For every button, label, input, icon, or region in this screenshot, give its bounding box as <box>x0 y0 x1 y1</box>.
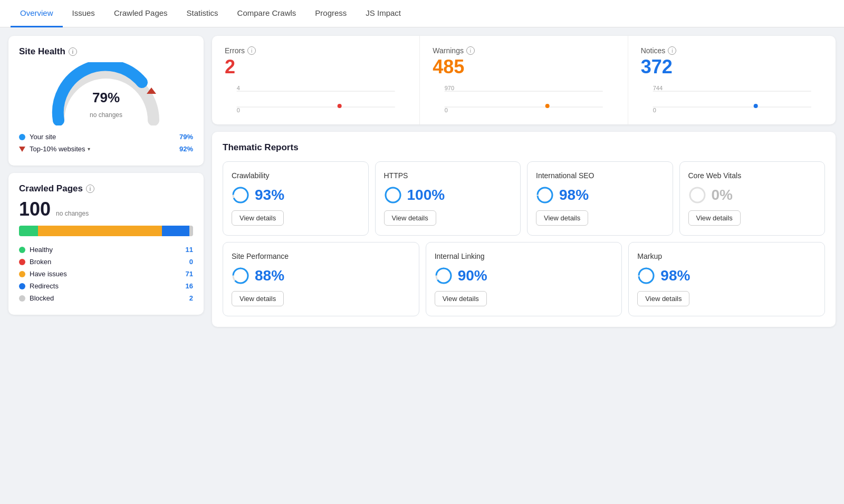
nav-item-progress[interactable]: Progress <box>305 0 356 27</box>
left-column: Site Health i 79% no changes <box>8 36 204 327</box>
report-score-value: 98% <box>559 187 589 203</box>
report-score-value: 100% <box>407 187 445 203</box>
metric-label-text: Notices <box>641 46 666 55</box>
report-score-value: 98% <box>660 267 690 284</box>
report-card: Markup 98%View details <box>628 242 825 316</box>
legend-dot <box>19 259 25 265</box>
sparkline-svg: 40 <box>225 83 407 112</box>
top10-triangle-icon <box>19 147 25 152</box>
report-name: Site Performance <box>232 252 410 260</box>
report-score-row: 98% <box>536 186 664 204</box>
nav-item-crawled-pages[interactable]: Crawled Pages <box>104 0 177 27</box>
report-score-row: 0% <box>688 186 817 204</box>
circle-progress-svg <box>232 186 250 204</box>
svg-point-22 <box>690 188 705 202</box>
svg-text:0: 0 <box>237 107 240 112</box>
pages-legend-item: Have issues71 <box>19 268 193 280</box>
report-score-row: 90% <box>435 267 613 285</box>
nav-item-overview[interactable]: Overview <box>11 0 63 27</box>
metric-label: Warningsi <box>433 46 615 55</box>
view-details-button[interactable]: View details <box>536 210 588 226</box>
site-health-label: Site Health <box>19 46 65 57</box>
circle-progress-svg <box>435 267 453 285</box>
svg-point-19 <box>386 188 400 202</box>
thematic-section: Thematic Reports Crawlability 93%View de… <box>212 132 836 327</box>
pages-legend-item: Blocked2 <box>19 292 193 304</box>
metric-value: 485 <box>433 56 615 78</box>
report-score-row: 93% <box>232 186 360 204</box>
legend-value: 0 <box>189 258 193 266</box>
report-score-value: 88% <box>255 267 284 284</box>
top10-label-group: Top-10% websites ▾ <box>30 145 90 153</box>
svg-text:970: 970 <box>445 85 454 91</box>
legend-value: 16 <box>186 282 193 290</box>
svg-point-27 <box>436 268 451 283</box>
metric-label: Noticesi <box>641 46 823 55</box>
main-content: Site Health i 79% no changes <box>0 27 844 335</box>
metric-info-icon[interactable]: i <box>466 46 475 55</box>
svg-point-21 <box>538 188 552 202</box>
svg-point-17 <box>233 188 248 202</box>
svg-text:0: 0 <box>653 107 656 112</box>
metric-info-icon[interactable]: i <box>668 46 676 55</box>
report-card: International SEO 98%View details <box>527 161 673 236</box>
view-details-button[interactable]: View details <box>232 210 284 226</box>
report-score-row: 88% <box>232 267 410 285</box>
svg-point-5 <box>338 104 342 108</box>
legend-value: 2 <box>189 294 193 302</box>
metric-label: Errorsi <box>225 46 407 55</box>
sparkline-svg: 7440 <box>641 83 823 112</box>
circle-progress-svg <box>688 186 706 204</box>
sparkline-svg: 9700 <box>433 83 615 112</box>
report-name: HTTPS <box>384 171 512 180</box>
metric-value: 372 <box>641 56 823 78</box>
top10-chevron-icon[interactable]: ▾ <box>88 146 90 152</box>
svg-text:4: 4 <box>237 85 240 91</box>
report-name: International SEO <box>536 171 664 180</box>
nav-item-js-impact[interactable]: JS Impact <box>356 0 410 27</box>
crawled-pages-info-icon[interactable]: i <box>86 185 94 193</box>
svg-text:744: 744 <box>653 85 662 91</box>
report-name: Crawlability <box>232 171 360 180</box>
your-site-value: 79% <box>179 133 193 141</box>
view-details-button[interactable]: View details <box>384 210 436 226</box>
legend-label: Broken <box>30 258 51 266</box>
circle-progress-svg <box>232 267 250 285</box>
top10-value: 92% <box>179 145 193 153</box>
legend-label: Blocked <box>30 294 54 302</box>
bar-segment <box>162 226 190 236</box>
report-card: HTTPS 100%View details <box>375 161 521 236</box>
view-details-button[interactable]: View details <box>688 210 741 226</box>
reports-row2: Site Performance 88%View detailsInternal… <box>223 242 825 316</box>
crawled-pages-title: Crawled Pages i <box>19 183 193 194</box>
view-details-button[interactable]: View details <box>637 291 689 306</box>
reports-row1: Crawlability 93%View detailsHTTPS 100%Vi… <box>223 161 825 236</box>
svg-point-10 <box>545 104 550 108</box>
svg-point-25 <box>233 268 248 283</box>
metric-cell-notices: Noticesi3727440 <box>628 36 836 124</box>
legend-dot <box>19 295 25 302</box>
gauge-sublabel: no changes <box>90 111 122 119</box>
legend-label: Redirects <box>30 282 59 290</box>
metric-value: 2 <box>225 56 407 78</box>
nav-item-statistics[interactable]: Statistics <box>177 0 228 27</box>
legend-dot <box>19 271 25 277</box>
report-score-value: 90% <box>458 267 487 284</box>
view-details-button[interactable]: View details <box>232 291 284 306</box>
your-site-legend: Your site 79% <box>19 131 193 143</box>
nav-item-issues[interactable]: Issues <box>63 0 104 27</box>
site-health-card: Site Health i 79% no changes <box>8 36 204 166</box>
legend-dot <box>19 283 25 289</box>
count-row: 100 no changes <box>19 198 193 220</box>
metric-info-icon[interactable]: i <box>247 46 256 55</box>
view-details-button[interactable]: View details <box>435 291 487 306</box>
nav-item-compare-crawls[interactable]: Compare Crawls <box>228 0 306 27</box>
legend-value: 11 <box>186 246 193 254</box>
crawled-pages-label: Crawled Pages <box>19 183 83 194</box>
legend-dot <box>19 247 25 253</box>
site-health-info-icon[interactable]: i <box>69 47 77 56</box>
pages-legend-item: Redirects16 <box>19 280 193 292</box>
metric-cell-warnings: Warningsi4859700 <box>420 36 628 124</box>
metric-cell-errors: Errorsi240 <box>212 36 420 124</box>
pages-legend: Healthy11Broken0Have issues71Redirects16… <box>19 244 193 304</box>
